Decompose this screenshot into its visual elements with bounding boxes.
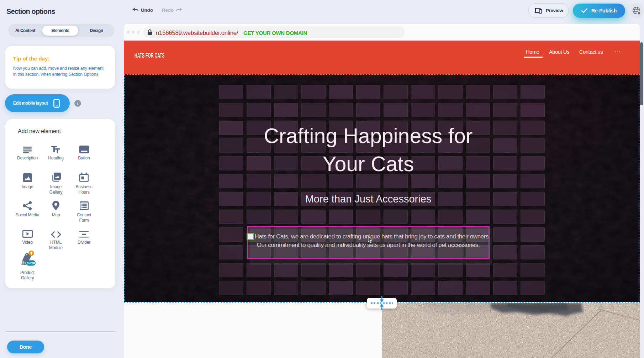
svg-text:SHOP: SHOP (26, 262, 35, 265)
